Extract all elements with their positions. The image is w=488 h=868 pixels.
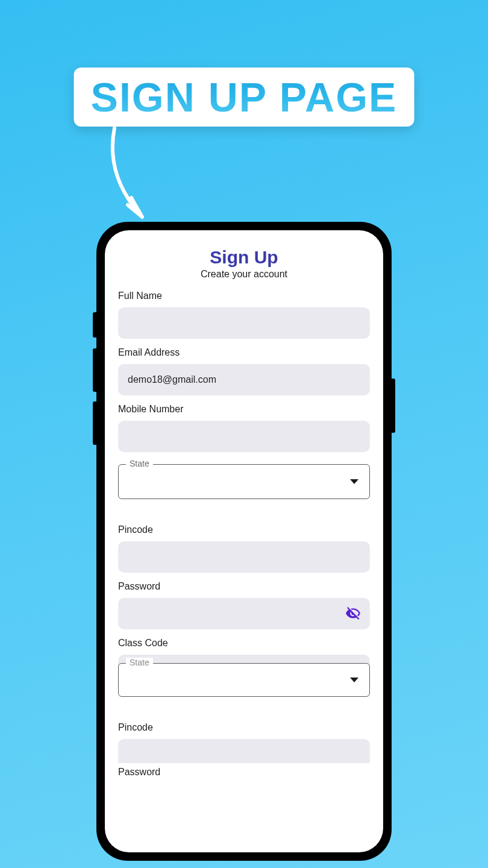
pincode-input-2[interactable] [118,739,370,763]
banner-title: SIGN UP PAGE [91,74,398,121]
pincode-input[interactable] [118,541,370,573]
password-input[interactable] [118,598,370,629]
fullname-label: Full Name [118,291,370,301]
classcode-label: Class Code [118,638,370,649]
state-select-2[interactable]: State [118,663,370,697]
banner: SIGN UP PAGE [74,68,414,127]
state-legend: State [126,459,153,468]
email-input[interactable] [118,364,370,395]
state-select[interactable]: State [118,464,370,499]
email-label: Email Address [118,347,370,358]
password-label-2: Password [118,767,370,778]
page-title: Sign Up [118,247,370,268]
chevron-down-icon [350,678,358,682]
pincode-label-2: Pincode [118,722,370,733]
state-legend-2: State [126,658,153,667]
phone-frame: Sign Up Create your account Full Name Em… [96,222,392,861]
page-subtitle: Create your account [118,269,370,280]
mobile-label: Mobile Number [118,404,370,415]
eye-off-icon [345,606,361,621]
app-screen: Sign Up Create your account Full Name Em… [105,230,383,852]
phone-power-button [392,379,395,433]
fullname-input[interactable] [118,307,370,339]
chevron-down-icon [350,479,358,484]
password-label: Password [118,581,370,592]
state-select-wrap: State [118,464,370,499]
arrow-icon [102,121,175,229]
pincode-label: Pincode [118,524,370,535]
toggle-password-visibility-button[interactable] [345,605,361,622]
mobile-input[interactable] [118,421,370,452]
